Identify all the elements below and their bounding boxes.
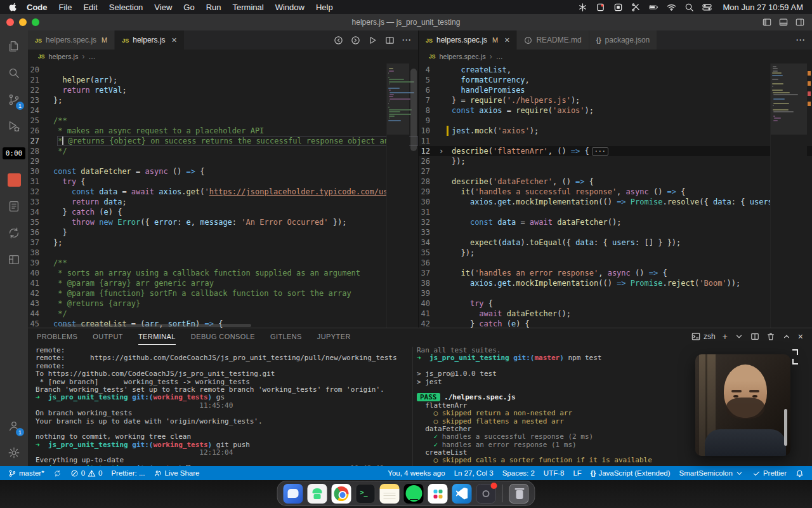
webcam-overlay[interactable] bbox=[695, 354, 790, 456]
fold-indicator[interactable] bbox=[439, 217, 447, 227]
maximize-panel-icon[interactable] bbox=[782, 332, 791, 341]
more-actions-icon[interactable]: ··· bbox=[402, 36, 412, 44]
status-gitlens-blame[interactable]: You, 4 weeks ago bbox=[383, 466, 449, 480]
menu-run[interactable]: Run bbox=[200, 3, 227, 12]
status-eol[interactable]: LF bbox=[568, 466, 586, 480]
status-prettier-formatter[interactable]: Prettier bbox=[748, 466, 791, 480]
menu-file[interactable]: File bbox=[53, 3, 78, 12]
minimap-right[interactable] bbox=[770, 64, 807, 328]
breadcrumb-file[interactable]: helpers.js bbox=[48, 53, 78, 60]
fold-indicator[interactable] bbox=[439, 156, 447, 166]
activity-notebook[interactable] bbox=[0, 193, 28, 220]
fold-indicator[interactable] bbox=[439, 105, 447, 116]
spotlight-icon[interactable] bbox=[684, 3, 694, 12]
activity-accounts[interactable]: 1 bbox=[0, 413, 28, 439]
menu-window[interactable]: Window bbox=[270, 3, 310, 12]
kill-terminal-icon[interactable] bbox=[766, 332, 775, 341]
panel-tab-problems[interactable]: PROBLEMS bbox=[37, 328, 77, 345]
windowmgr-icon[interactable] bbox=[613, 3, 623, 12]
apple-menu-icon[interactable] bbox=[9, 3, 18, 12]
breadcrumb-symbol[interactable]: … bbox=[88, 53, 95, 60]
dock-chrome[interactable] bbox=[332, 484, 351, 504]
terminal-picker[interactable]: zsh bbox=[691, 332, 716, 341]
fold-indicator[interactable] bbox=[439, 197, 447, 207]
notification-icon[interactable] bbox=[596, 3, 605, 12]
menu-view[interactable]: View bbox=[148, 3, 178, 12]
activity-run-and-debug[interactable] bbox=[0, 113, 28, 140]
toggle-secondary-sidebar-icon[interactable] bbox=[796, 18, 804, 27]
minimap-left[interactable] bbox=[386, 64, 409, 328]
wifi-icon[interactable] bbox=[667, 3, 676, 12]
fold-indicator[interactable] bbox=[439, 237, 447, 248]
status-problems[interactable]: 00 bbox=[66, 466, 107, 480]
fold-indicator[interactable] bbox=[439, 227, 447, 237]
fold-indicator[interactable] bbox=[439, 95, 447, 105]
fold-indicator[interactable] bbox=[439, 75, 447, 85]
breadcrumb-right[interactable]: JS helpers.spec.js › … bbox=[419, 50, 812, 64]
fold-indicator[interactable] bbox=[439, 207, 447, 217]
panel-tab-gitlens[interactable]: GITLENS bbox=[270, 328, 302, 345]
menu-help[interactable]: Help bbox=[310, 3, 339, 12]
battery-icon[interactable] bbox=[649, 3, 658, 12]
resize-corner-icons[interactable] bbox=[792, 349, 798, 368]
panel-tab-terminal[interactable]: TERMINAL bbox=[138, 328, 176, 345]
scrollbar-left[interactable] bbox=[409, 64, 418, 328]
activity-recording-indicator[interactable] bbox=[0, 166, 28, 193]
toggle-panel-icon[interactable] bbox=[779, 18, 788, 27]
status-smart-semicolon[interactable]: SmartSemicolon bbox=[675, 466, 748, 480]
tab-README.md[interactable]: README.md bbox=[517, 30, 589, 50]
dock-notes[interactable] bbox=[380, 484, 400, 504]
activity-pomodoro-timer[interactable]: 0:00 bbox=[0, 140, 28, 166]
breadcrumb-symbol[interactable]: … bbox=[496, 53, 503, 60]
menu-edit[interactable]: Edit bbox=[77, 3, 103, 12]
menu-terminal[interactable]: Terminal bbox=[227, 3, 270, 12]
scrollbar-h-left[interactable] bbox=[61, 324, 251, 327]
close-panel-icon[interactable]: × bbox=[798, 332, 803, 341]
dock-slack[interactable] bbox=[428, 484, 448, 504]
fold-indicator[interactable] bbox=[439, 298, 447, 309]
breadcrumb-file[interactable]: helpers.spec.js bbox=[439, 53, 485, 60]
dock-vscode[interactable] bbox=[452, 484, 472, 504]
close-icon[interactable]: × bbox=[172, 36, 177, 44]
panel-tab-jupyter[interactable]: JUPYTER bbox=[317, 328, 351, 345]
terminal-left[interactable]: remote:remote: https://github.com/CodeCo… bbox=[28, 347, 412, 466]
editor-left[interactable]: 2021 helper(arr);22 return retVal;23};24… bbox=[28, 64, 418, 328]
status-notifications[interactable] bbox=[791, 466, 808, 480]
fold-indicator[interactable] bbox=[439, 288, 447, 298]
activity-manage[interactable] bbox=[0, 439, 28, 466]
fold-indicator[interactable] bbox=[439, 85, 447, 95]
dock-blue-app[interactable] bbox=[284, 484, 303, 504]
status-encoding[interactable]: UTF-8 bbox=[539, 466, 569, 480]
fold-indicator[interactable] bbox=[439, 258, 447, 268]
activity-explorer[interactable] bbox=[0, 33, 28, 60]
menu-code[interactable]: Code bbox=[21, 3, 53, 12]
close-icon[interactable]: × bbox=[504, 36, 509, 44]
fold-indicator[interactable] bbox=[439, 278, 447, 288]
menu-selection[interactable]: Selection bbox=[103, 3, 148, 12]
minimize-window-button[interactable] bbox=[19, 18, 27, 26]
activity-search[interactable] bbox=[0, 60, 28, 86]
tab-helpers.js[interactable]: JShelpers.js× bbox=[115, 30, 185, 50]
more-actions-icon[interactable]: ··· bbox=[796, 36, 806, 44]
fold-indicator[interactable] bbox=[439, 166, 447, 177]
fold-indicator[interactable] bbox=[439, 309, 447, 319]
panel-tab-output[interactable]: OUTPUT bbox=[93, 328, 123, 345]
split-editor-icon[interactable] bbox=[385, 36, 395, 45]
status-prettier-status[interactable]: Prettier: ... bbox=[107, 466, 149, 480]
terminal-dropdown-icon[interactable] bbox=[735, 332, 743, 341]
next-change-icon[interactable] bbox=[351, 36, 360, 45]
new-terminal-icon[interactable]: + bbox=[723, 332, 728, 341]
fold-indicator[interactable] bbox=[439, 116, 447, 126]
fold-indicator[interactable] bbox=[439, 126, 447, 136]
dock-spotify[interactable] bbox=[404, 484, 424, 504]
controlcenter-icon[interactable] bbox=[702, 3, 712, 12]
tool-icon[interactable] bbox=[631, 3, 641, 12]
activity-layout-view[interactable] bbox=[0, 246, 28, 273]
panel-tab-debug-console[interactable]: DEBUG CONSOLE bbox=[191, 328, 255, 345]
stats-icon[interactable] bbox=[578, 3, 587, 12]
status-indentation[interactable]: Spaces: 2 bbox=[498, 466, 539, 480]
status-cursor-position[interactable]: Ln 27, Col 3 bbox=[450, 466, 498, 480]
tab-package.json[interactable]: {}package.json bbox=[589, 30, 658, 50]
dock-emulator[interactable] bbox=[308, 484, 327, 504]
status-git-branch[interactable]: master* bbox=[4, 466, 49, 480]
